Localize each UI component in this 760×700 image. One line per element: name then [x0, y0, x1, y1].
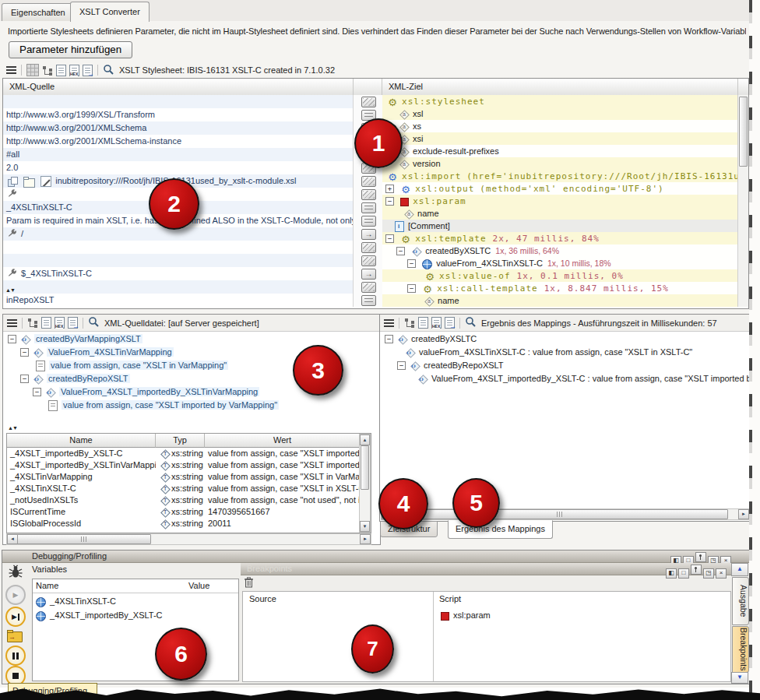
source-row[interactable]: [3, 241, 353, 254]
column-header-typ[interactable]: Typ: [156, 434, 205, 448]
pin-icon[interactable]: [691, 565, 702, 575]
expander-icon[interactable]: [407, 284, 416, 293]
xsl-tree-row[interactable]: ⚙ xsl:import(href='inubitrepository:///R…: [382, 170, 737, 182]
hex-view-icon[interactable]: [69, 65, 79, 76]
column-header-value[interactable]: Value: [185, 579, 239, 593]
source-row[interactable]: http://www.w3.org/2001/XMLSchema: [3, 121, 353, 135]
dock-icon[interactable]: ◧: [666, 568, 677, 579]
column-header-name[interactable]: Name: [33, 579, 188, 593]
pin-icon[interactable]: [695, 552, 706, 562]
tree-view-icon[interactable]: [27, 318, 38, 328]
column-header-source[interactable]: Source: [249, 594, 276, 603]
text-view-icon[interactable]: [41, 317, 51, 329]
tab-eigenschaften[interactable]: Eigenschaften: [2, 3, 75, 21]
expander-icon[interactable]: [20, 348, 29, 357]
expander-icon[interactable]: [385, 185, 394, 193]
expander-icon[interactable]: [385, 335, 393, 343]
scrollbar-thumb[interactable]: [392, 509, 728, 519]
source-row[interactable]: http://www.w3.org/2001/XMLSchema-instanc…: [3, 135, 353, 148]
result-horizontal-scrollbar[interactable]: ◄ ►: [381, 508, 750, 520]
menu-icon[interactable]: [7, 319, 17, 327]
xsl-tree-row[interactable]: ⚙ xsl:template2x, 47 millis, 84%: [382, 232, 737, 244]
add-parameter-button[interactable]: Parameter hinzufügen: [9, 41, 132, 58]
breakpoints-title-bar[interactable]: Breakpoints ◧□◳×: [241, 563, 731, 575]
maximize-icon[interactable]: □: [678, 568, 689, 579]
mapping-connector-button[interactable]: [361, 176, 376, 187]
table-vertical-scrollbar[interactable]: ▲ ▼: [359, 434, 371, 533]
mapping-connector-arrow-button[interactable]: →: [361, 269, 376, 280]
mapping-connector-button[interactable]: [361, 282, 376, 293]
column-header-name[interactable]: Name: [7, 434, 156, 448]
tree-node[interactable]: valueFrom_4XSLTinXSLT-C : value from ass…: [380, 346, 751, 359]
trash-icon[interactable]: [244, 577, 254, 589]
side-tab-breakpoints[interactable]: Breakpoints: [732, 626, 749, 673]
mapping-connector-button[interactable]: [361, 189, 376, 200]
float-icon[interactable]: ◳: [703, 568, 714, 579]
xsl-tree-row[interactable]: ⚙ xsl:stylesheet: [382, 95, 737, 107]
scroll-up-button[interactable]: ▲: [360, 434, 370, 445]
table-row[interactable]: _4XSLTinXSLT-C xs:string value from assi…: [7, 483, 360, 494]
tree-view-icon[interactable]: [404, 318, 415, 328]
scroll-right-button[interactable]: ►: [360, 534, 371, 544]
xsl-tree-row[interactable]: xsl:param: [382, 195, 737, 207]
hex-view-icon[interactable]: [431, 317, 442, 329]
scroll-right-button[interactable]: ►: [738, 509, 749, 519]
xsl-tree-row[interactable]: name: [382, 294, 737, 307]
scroll-down-button[interactable]: ▼: [360, 521, 370, 532]
source-row[interactable]: $_4XSLTinXSLT-C: [3, 267, 353, 280]
scrollbar-thumb[interactable]: [361, 445, 369, 490]
tree-view-icon[interactable]: [42, 65, 53, 76]
search-icon[interactable]: [465, 316, 477, 329]
open-folder-icon[interactable]: [23, 178, 35, 188]
close-icon[interactable]: ×: [716, 568, 727, 579]
table-horizontal-scrollbar[interactable]: ◄ ►: [6, 533, 371, 545]
tree-node[interactable]: createdByXSLTC: [380, 332, 751, 346]
xsl-tree-row[interactable]: version: [382, 157, 737, 170]
variable-row[interactable]: _4XSLT_importedBy_XSLT-C: [33, 609, 238, 622]
xsl-tree-row[interactable]: createdByXSLTC1x, 36 millis, 64%: [382, 244, 737, 257]
grid-view-icon[interactable]: [26, 64, 39, 76]
menu-icon[interactable]: [384, 319, 394, 327]
column-header-wert[interactable]: Wert: [205, 434, 361, 448]
pause-button[interactable]: [5, 645, 26, 666]
source-row[interactable]: [3, 280, 353, 294]
column-divider[interactable]: [433, 592, 434, 681]
expander-icon[interactable]: [385, 197, 394, 206]
xsl-tree-row[interactable]: ⚙ xsl:output(method='xml' encoding='UTF-…: [382, 182, 737, 195]
mapping-connector-button[interactable]: [361, 255, 376, 266]
mapping-connector-button[interactable]: [361, 295, 376, 306]
table-row[interactable]: _4XSLT_importedBy_XSLT-C xs:string value…: [7, 448, 360, 459]
source-row[interactable]: #all: [3, 148, 353, 161]
debug-title-bar[interactable]: Debugging/Profiling ◧□◳×: [2, 551, 750, 563]
tab-xslt-converter[interactable]: XSLT Converter: [70, 2, 150, 22]
table-row[interactable]: _4XSLTinVarMapping xs:string value from …: [7, 471, 360, 483]
expander-icon[interactable]: [407, 259, 416, 268]
source-row[interactable]: http://www.w3.org/1999/XSL/Transform: [3, 108, 353, 121]
menu-icon[interactable]: [6, 66, 16, 74]
xsl-tree-row[interactable]: xs: [382, 120, 737, 132]
table-row[interactable]: ISCurrentTime xs:string 1470395651667: [7, 506, 360, 518]
expander-icon[interactable]: [33, 388, 41, 396]
xsl-tree-row[interactable]: valueFrom_4XSLTinXSLT-C1x, 10 millis, 18…: [382, 257, 737, 269]
breakpoint-row[interactable]: xsl:param: [439, 610, 491, 621]
table-row[interactable]: _notUsedInXSLTs xs:string value from ass…: [7, 494, 360, 506]
text-view-icon[interactable]: [418, 317, 428, 329]
source-row[interactable]: 2.0: [3, 161, 353, 174]
expander-icon[interactable]: [397, 361, 406, 370]
expander-icon[interactable]: [385, 234, 394, 243]
text-view-icon[interactable]: [56, 65, 66, 76]
splitter-toggle[interactable]: ▲▼: [8, 425, 17, 431]
xsl-tree-row[interactable]: [Comment]: [382, 220, 737, 232]
export-document-icon[interactable]: [445, 317, 455, 329]
mapping-connector-arrow-button[interactable]: →: [361, 229, 376, 240]
save-to-folder-icon[interactable]: [7, 631, 23, 642]
step-button[interactable]: ▶: [5, 607, 26, 627]
expander-icon[interactable]: [396, 247, 405, 255]
mapping-connector-button[interactable]: [361, 97, 376, 107]
scrollbar-thumb[interactable]: [17, 534, 151, 544]
splitter-toggle[interactable]: ▲▼: [5, 287, 15, 293]
expander-icon[interactable]: [8, 335, 16, 343]
side-tab-scroll-up-button[interactable]: ▲: [731, 563, 748, 576]
source-row[interactable]: [3, 254, 353, 267]
edit-icon[interactable]: [40, 176, 51, 187]
